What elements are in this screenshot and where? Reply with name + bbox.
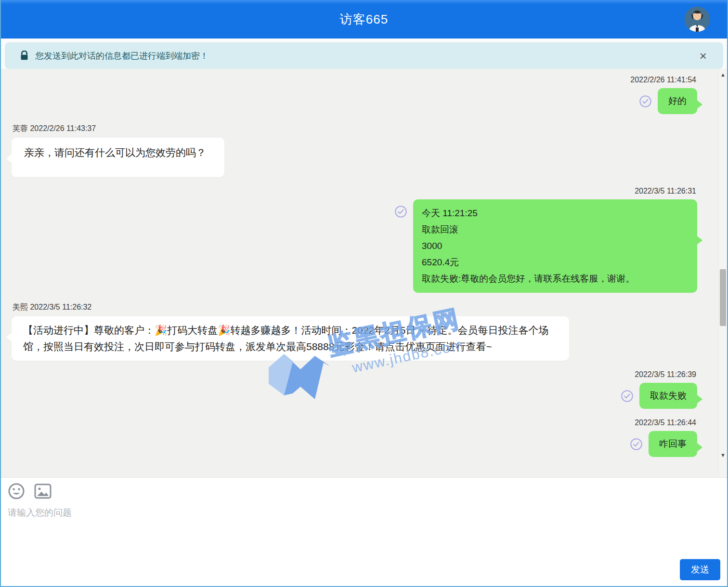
image-upload-icon[interactable] — [34, 483, 52, 500]
bubble-line: 取款失败 — [650, 388, 687, 404]
message-timestamp: 2022/2/26 11:41:54 — [12, 76, 696, 84]
chat-bubble-outgoing: 咋回事 — [649, 431, 697, 457]
delivered-check — [394, 205, 407, 218]
message-outgoing: 取款失败 — [12, 383, 697, 409]
sender-label: 芙蓉 2022/2/26 11:43:37 — [13, 124, 697, 134]
composer: 发送 — [1, 477, 727, 586]
chat-bubble-outgoing: 好的 — [658, 88, 697, 114]
delivered-check-icon — [639, 95, 652, 108]
message-incoming: 亲亲，请问还有什么可以为您效劳的吗？ — [12, 138, 697, 177]
delivered-check — [639, 95, 652, 108]
agent-avatar-icon — [685, 7, 710, 32]
bubble-line: 亲亲，请问还有什么可以为您效劳的吗？ — [24, 144, 212, 161]
message-incoming: 【活动进行中】尊敬的客户：🎉打码大转盘🎉转越多赚越多！活动时间：2022年2月5… — [12, 316, 697, 361]
header-bar: 访客665 — [1, 0, 727, 39]
delivered-check-icon — [394, 205, 407, 218]
delivered-check — [621, 390, 634, 403]
security-bar: 您发送到此对话的信息都已进行端到端加密！ × — [5, 42, 723, 69]
message-outgoing: 咋回事 — [12, 431, 697, 457]
delivered-check-icon — [621, 390, 634, 403]
bubble-line: 3000 — [422, 238, 689, 254]
bubble-line: 好的 — [668, 93, 687, 109]
bubble-line: 6520.4元 — [422, 254, 689, 271]
scrollbar-up-icon[interactable]: ▲ — [719, 72, 727, 78]
bubble-line: 取款回滚 — [422, 222, 689, 238]
security-bar-wrap: 您发送到此对话的信息都已进行端到端加密！ × — [1, 39, 727, 69]
bubble-line: 今天 11:21:25 — [422, 205, 689, 222]
emoji-icon[interactable] — [8, 483, 25, 500]
scrollbar-thumb[interactable] — [720, 269, 726, 326]
delivered-check — [630, 438, 643, 451]
page-title: 访客665 — [340, 11, 388, 28]
bubble-line: 取款失败:尊敬的会员您好，请联系在线客服，谢谢。 — [422, 271, 689, 287]
scrollbar[interactable]: ▲ ▼ — [718, 69, 727, 477]
bubble-line: 咋回事 — [659, 436, 687, 452]
scrollbar-down-icon[interactable]: ▼ — [719, 452, 727, 458]
sender-label: 美熙 2022/3/5 11:26:32 — [13, 302, 697, 313]
chat-area: 2022/2/26 11:41:54好的芙蓉 2022/2/26 11:43:3… — [1, 69, 727, 477]
close-icon[interactable]: × — [700, 50, 707, 62]
composer-toolbar — [8, 483, 721, 500]
message-timestamp: 2022/3/5 11:26:31 — [12, 187, 696, 196]
chat-window: 访客665 您发送到此对话的信息都已进行端到端加密！ × 2022/2/26 1… — [0, 0, 728, 587]
send-button[interactable]: 发送 — [680, 559, 720, 580]
message-outgoing: 今天 11:21:25取款回滚30006520.4元取款失败:尊敬的会员您好，请… — [12, 199, 697, 293]
bubble-line: 【活动进行中】尊敬的客户：🎉打码大转盘🎉转越多赚越多！活动时间：2022年2月5… — [23, 322, 558, 355]
security-message: 您发送到此对话的信息都已进行端到端加密！ — [35, 50, 208, 62]
chat-bubble-incoming: 亲亲，请问还有什么可以为您效劳的吗？ — [12, 138, 224, 177]
message-outgoing: 好的 — [12, 88, 697, 114]
message-list: 2022/2/26 11:41:54好的芙蓉 2022/2/26 11:43:3… — [1, 69, 718, 477]
chat-bubble-outgoing: 今天 11:21:25取款回滚30006520.4元取款失败:尊敬的会员您好，请… — [413, 199, 697, 293]
message-timestamp: 2022/3/5 11:26:44 — [12, 418, 696, 427]
message-timestamp: 2022/3/5 11:26:39 — [12, 370, 696, 379]
agent-avatar[interactable] — [685, 7, 710, 32]
message-input[interactable] — [8, 507, 508, 564]
delivered-check-icon — [630, 438, 643, 451]
lock-icon — [19, 51, 29, 61]
chat-bubble-outgoing: 取款失败 — [639, 383, 697, 409]
chat-bubble-incoming: 【活动进行中】尊敬的客户：🎉打码大转盘🎉转越多赚越多！活动时间：2022年2月5… — [12, 316, 569, 361]
